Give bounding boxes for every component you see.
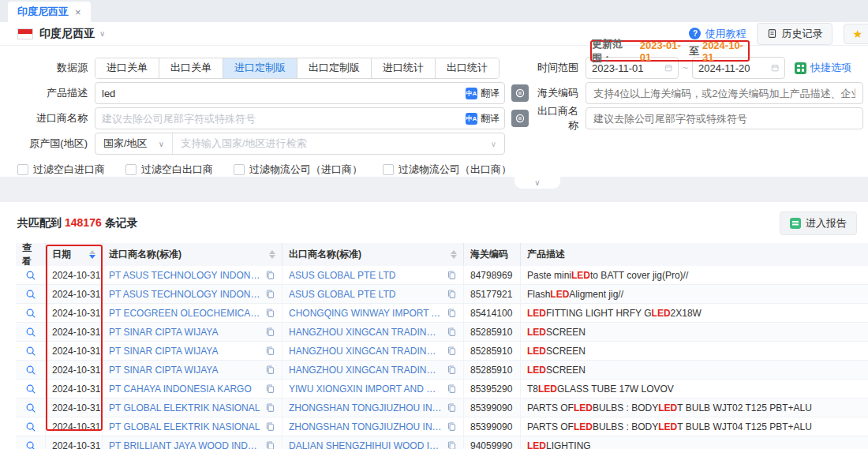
- start-date-input[interactable]: [586, 57, 679, 79]
- copy-button[interactable]: [265, 327, 275, 337]
- sort-carets-icon[interactable]: [269, 250, 275, 259]
- data-source-option-出口关单[interactable]: 出口关单: [159, 58, 223, 78]
- copy-button[interactable]: [265, 270, 275, 280]
- view-detail-button[interactable]: [16, 417, 46, 436]
- checkbox-icon[interactable]: [383, 164, 394, 175]
- copy-button[interactable]: [447, 346, 457, 356]
- exporter-link[interactable]: HANGZHOU XINGCAN TRADING CO LTD: [289, 346, 442, 357]
- filter-checkbox-2[interactable]: 过滤物流公司（进口商）: [234, 163, 362, 177]
- table-row[interactable]: 2024-10-31PT ECOGREEN OLEOCHEMICALSCHONG…: [16, 304, 868, 323]
- data-source-option-出口定制版[interactable]: 出口定制版: [297, 58, 372, 78]
- view-detail-button[interactable]: [16, 398, 46, 417]
- copy-button[interactable]: [447, 440, 457, 449]
- exporter-link[interactable]: HANGZHOU XINGCAN TRADING CO LTD: [289, 365, 442, 376]
- table-row[interactable]: 2024-10-31PT SINAR CIPTA WIJAYAHANGZHOU …: [16, 323, 868, 342]
- origin-type-select[interactable]: 国家/地区 ∨: [95, 133, 173, 154]
- data-source-option-进口定制版[interactable]: 进口定制版: [223, 58, 297, 78]
- view-detail-button[interactable]: [16, 436, 46, 449]
- importer-input[interactable]: [95, 108, 504, 129]
- chevron-down-icon[interactable]: ∨: [99, 29, 105, 38]
- exact-match-toggle[interactable]: [511, 110, 529, 127]
- data-source-option-进口统计[interactable]: 进口统计: [372, 58, 436, 78]
- importer-link[interactable]: PT CAHAYA INDONESIA KARGO: [109, 384, 260, 395]
- importer-link[interactable]: PT GLOBAL ELEKTRIK NASIONAL: [109, 402, 260, 413]
- copy-button[interactable]: [265, 308, 275, 318]
- exporter-link[interactable]: ASUS GLOBAL PTE LTD: [289, 270, 442, 281]
- copy-button[interactable]: [265, 346, 275, 356]
- copy-button[interactable]: [447, 402, 457, 413]
- copy-button[interactable]: [265, 440, 275, 449]
- exporter-link[interactable]: DALIAN SHENGZHIHUI WOOD INDUST...: [289, 440, 442, 449]
- view-detail-button[interactable]: [16, 304, 46, 322]
- enter-report-button[interactable]: 进入报告: [780, 211, 857, 235]
- importer-link[interactable]: PT BRILLIANT JAYA WOOD INDUSTRY: [109, 440, 260, 449]
- view-detail-button[interactable]: [16, 380, 46, 398]
- importer-link[interactable]: PT SINAR CIPTA WIJAYA: [109, 327, 260, 338]
- table-row[interactable]: 2024-10-31PT GLOBAL ELEKTRIK NASIONALZHO…: [16, 398, 868, 417]
- table-row[interactable]: 2024-10-31PT CAHAYA INDONESIA KARGOYIWU …: [16, 380, 868, 398]
- data-source-option-出口统计[interactable]: 出口统计: [436, 58, 499, 78]
- view-detail-button[interactable]: [16, 323, 46, 341]
- history-button[interactable]: 历史记录: [757, 23, 832, 45]
- translate-button[interactable]: 中A 翻译: [466, 108, 499, 129]
- origin-search-input[interactable]: 支持输入国家/地区进行检索: [173, 137, 483, 151]
- quick-options-link[interactable]: 快捷选项: [795, 61, 851, 75]
- tab-indonesia[interactable]: 印度尼西亚 ×: [8, 2, 91, 22]
- copy-button[interactable]: [447, 270, 457, 280]
- chevron-down-icon[interactable]: ∨: [483, 140, 504, 148]
- importer-link[interactable]: PT SINAR CIPTA WIJAYA: [109, 346, 260, 357]
- tutorial-link[interactable]: ? 使用教程: [689, 27, 746, 41]
- close-icon[interactable]: ×: [75, 6, 81, 18]
- copy-button[interactable]: [265, 365, 275, 375]
- importer-link[interactable]: PT ASUS TECHNOLOGY INDONESIA BA...: [109, 289, 260, 300]
- filter-checkbox-0[interactable]: 过滤空白进口商: [17, 163, 105, 177]
- view-detail-button[interactable]: [16, 361, 46, 379]
- exporter-link[interactable]: YIWU XIONGXIN IMPORT AND EXPORT...: [289, 384, 442, 395]
- filter-checkbox-3[interactable]: 过滤物流公司（出口商）: [383, 163, 511, 177]
- exporter-link[interactable]: ZHONGSHAN TONGJIUZHOU INTERNA...: [289, 402, 442, 413]
- copy-button[interactable]: [265, 402, 275, 413]
- view-detail-button[interactable]: [16, 285, 46, 303]
- copy-button[interactable]: [447, 308, 457, 318]
- importer-link[interactable]: PT SINAR CIPTA WIJAYA: [109, 365, 260, 376]
- column-header[interactable]: 日期: [46, 243, 103, 266]
- view-detail-button[interactable]: [16, 342, 46, 360]
- column-header[interactable]: 出口商名称(标准): [282, 243, 464, 266]
- checkbox-icon[interactable]: [125, 164, 137, 175]
- copy-button[interactable]: [447, 289, 457, 299]
- copy-button[interactable]: [265, 421, 275, 432]
- copy-button[interactable]: [447, 384, 457, 394]
- exporter-link[interactable]: CHONGQING WINWAY IMPORT AND E...: [289, 308, 442, 319]
- importer-link[interactable]: PT ECOGREEN OLEOCHEMICALS: [109, 308, 260, 319]
- table-row[interactable]: 2024-10-31PT SINAR CIPTA WIJAYAHANGZHOU …: [16, 342, 868, 361]
- copy-button[interactable]: [265, 289, 275, 299]
- exporter-link[interactable]: ASUS GLOBAL PTE LTD: [289, 289, 442, 300]
- translate-button[interactable]: 中A 翻译: [466, 83, 499, 103]
- table-row[interactable]: 2024-10-31PT ASUS TECHNOLOGY INDONESIA B…: [16, 285, 868, 304]
- column-header[interactable]: 进口商名称(标准): [103, 243, 282, 266]
- table-row[interactable]: 2024-10-31PT GLOBAL ELEKTRIK NASIONALZHO…: [16, 417, 868, 436]
- filter-checkbox-1[interactable]: 过滤空白出口商: [125, 163, 213, 177]
- sort-carets-icon[interactable]: [451, 250, 457, 259]
- favorite-button[interactable]: ★: [844, 24, 868, 44]
- exporter-link[interactable]: HANGZHOU XINGCAN TRADING CO LTD: [289, 327, 442, 338]
- end-date-input[interactable]: [692, 57, 785, 79]
- data-source-option-进口关单[interactable]: 进口关单: [95, 58, 159, 78]
- exporter-link[interactable]: ZHONGSHAN TONGJIUZHOU INTERNA...: [289, 421, 442, 432]
- hs-code-input[interactable]: [586, 88, 862, 99]
- collapse-form-button[interactable]: ∨: [514, 177, 560, 189]
- exact-match-toggle[interactable]: [511, 84, 529, 102]
- importer-link[interactable]: PT GLOBAL ELEKTRIK NASIONAL: [109, 421, 260, 432]
- checkbox-icon[interactable]: [17, 164, 28, 175]
- copy-button[interactable]: [265, 384, 275, 394]
- sort-carets-icon[interactable]: [89, 250, 95, 259]
- copy-button[interactable]: [447, 365, 457, 375]
- view-detail-button[interactable]: [16, 266, 46, 284]
- importer-link[interactable]: PT ASUS TECHNOLOGY INDONESIA BA...: [109, 270, 260, 281]
- table-row[interactable]: 2024-10-31PT ASUS TECHNOLOGY INDONESIA B…: [16, 266, 868, 285]
- copy-button[interactable]: [447, 327, 457, 337]
- copy-button[interactable]: [447, 421, 457, 432]
- checkbox-icon[interactable]: [234, 164, 245, 175]
- exporter-input[interactable]: [586, 113, 862, 125]
- table-row[interactable]: 2024-10-31PT SINAR CIPTA WIJAYAHANGZHOU …: [16, 361, 868, 380]
